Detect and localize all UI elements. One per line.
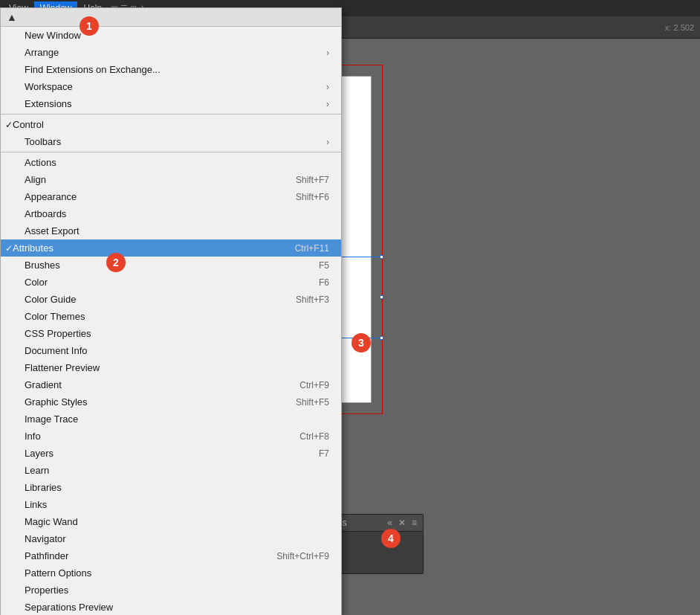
menu-libraries[interactable]: Libraries xyxy=(1,479,341,496)
menu-collapse-section: ▲ xyxy=(1,8,341,27)
menu-control[interactable]: ✓ Control xyxy=(1,116,341,133)
menu-divider-1 xyxy=(1,114,341,115)
menu-separations-preview[interactable]: Separations Preview xyxy=(1,599,341,615)
menu-properties[interactable]: Properties xyxy=(1,582,341,599)
menu-attributes[interactable]: ✓ Attributes Ctrl+F11 xyxy=(1,239,341,257)
menu-color-themes[interactable]: Color Themes xyxy=(1,308,341,325)
menu-arrange[interactable]: Arrange › xyxy=(1,44,341,61)
menu-color[interactable]: Color F6 xyxy=(1,274,341,291)
menu-gradient[interactable]: Gradient Ctrl+F9 xyxy=(1,376,341,393)
menu-brushes[interactable]: Brushes F5 xyxy=(1,257,341,274)
menu-collapse-btn[interactable]: ▲ xyxy=(7,11,335,23)
menu-pathfinder[interactable]: Pathfinder Shift+Ctrl+F9 xyxy=(1,547,341,564)
menu-actions[interactable]: Actions xyxy=(1,154,341,171)
panel-close-btn[interactable]: ✕ xyxy=(398,518,406,528)
menu-toolbars[interactable]: Toolbars › xyxy=(1,133,341,150)
menu-css-properties[interactable]: CSS Properties xyxy=(1,325,341,342)
menu-align[interactable]: Align Shift+F7 xyxy=(1,171,341,188)
menu-divider-2 xyxy=(1,152,341,152)
menu-document-info[interactable]: Document Info xyxy=(1,342,341,359)
panel-controls: « ✕ ≡ xyxy=(387,518,417,528)
menu-color-guide[interactable]: Color Guide Shift+F3 xyxy=(1,291,341,308)
menu-magic-wand[interactable]: Magic Wand xyxy=(1,513,341,530)
menu-flattener-preview[interactable]: Flattener Preview xyxy=(1,359,341,376)
menu-find-extensions[interactable]: Find Extensions on Exchange... xyxy=(1,61,341,78)
menu-artboards[interactable]: Artboards xyxy=(1,205,341,222)
menu-links[interactable]: Links xyxy=(1,496,341,513)
handle-mr xyxy=(380,295,383,299)
window-dropdown-menu: ▲ New Window Arrange › Find Extensions o… xyxy=(0,7,342,615)
menu-graphic-styles[interactable]: Graphic Styles Shift+F5 xyxy=(1,393,341,410)
panel-double-arrow[interactable]: « xyxy=(387,518,392,528)
menu-workspace[interactable]: Workspace › xyxy=(1,78,341,95)
menu-info[interactable]: Info Ctrl+F8 xyxy=(1,428,341,445)
menu-new-window[interactable]: New Window xyxy=(1,27,341,44)
menu-extensions[interactable]: Extensions › xyxy=(1,95,341,112)
menu-asset-export[interactable]: Asset Export xyxy=(1,222,341,239)
menu-navigator[interactable]: Navigator xyxy=(1,530,341,547)
panel-menu-icon[interactable]: ≡ xyxy=(412,518,417,528)
zoom-level: x: 2.502 xyxy=(665,23,694,32)
handle-tr xyxy=(380,255,383,259)
menu-learn[interactable]: Learn xyxy=(1,462,341,479)
menu-pattern-options[interactable]: Pattern Options xyxy=(1,564,341,582)
menu-image-trace[interactable]: Image Trace xyxy=(1,410,341,428)
menu-layers[interactable]: Layers F7 xyxy=(1,445,341,462)
menu-appearance[interactable]: Appearance Shift+F6 xyxy=(1,188,341,205)
handle-br xyxy=(380,336,383,340)
